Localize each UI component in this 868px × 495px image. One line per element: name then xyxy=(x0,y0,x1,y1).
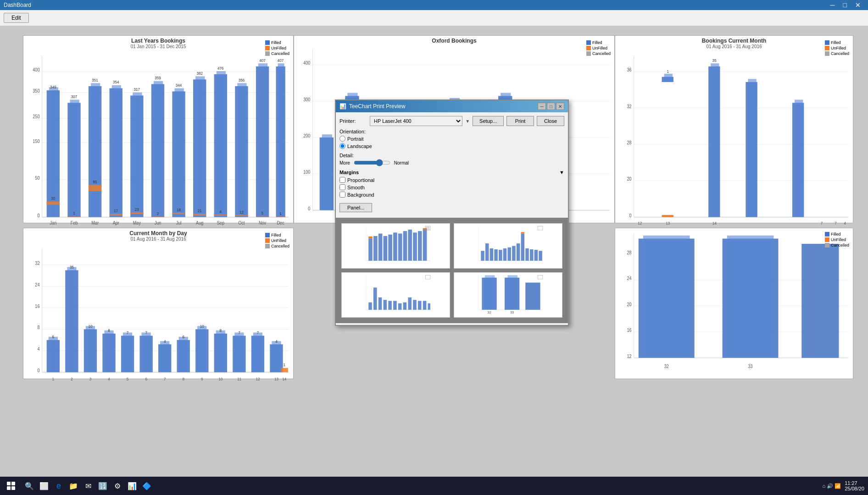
start-button[interactable] xyxy=(0,477,22,495)
svg-rect-259 xyxy=(521,234,525,261)
print-preview-dialog: 📊 TeeChart Print Preview ─ □ ✕ Printer: … xyxy=(335,99,569,326)
task-view-icon[interactable]: ⬜ xyxy=(37,478,51,493)
margins-expand-icon: ▼ xyxy=(559,170,564,175)
svg-text:33: 33 xyxy=(510,310,514,314)
svg-rect-250 xyxy=(481,251,484,261)
svg-rect-253 xyxy=(494,249,498,261)
clock: 11:27 25/08/20 xyxy=(845,480,864,491)
printer-select[interactable]: HP LaserJet 400 xyxy=(370,116,462,126)
svg-rect-270 xyxy=(373,287,377,310)
edit-button[interactable]: Edit xyxy=(4,13,29,23)
dialog-titlebar: 📊 TeeChart Print Preview ─ □ ✕ xyxy=(336,100,568,112)
svg-rect-281 xyxy=(428,303,430,310)
svg-rect-264 xyxy=(521,232,525,233)
detail-more-label: More xyxy=(339,160,350,165)
svg-rect-277 xyxy=(408,297,412,310)
svg-rect-276 xyxy=(403,302,407,310)
detail-normal-label: Normal xyxy=(394,160,409,165)
print-preview-area: 32 33 xyxy=(336,218,568,323)
app1-icon[interactable]: ⚙ xyxy=(110,478,125,493)
svg-rect-236 xyxy=(408,230,412,261)
main-content: Last Years Bookings 01 Jan 2015 - 31 Dec… xyxy=(0,26,868,477)
calc-icon[interactable]: 🔢 xyxy=(95,478,110,493)
background-label[interactable]: Background xyxy=(347,192,374,198)
svg-rect-239 xyxy=(423,230,427,261)
svg-rect-247 xyxy=(471,224,545,268)
printer-dropdown-icon: ▼ xyxy=(465,119,470,124)
svg-rect-260 xyxy=(525,248,529,261)
preview-chart-3 xyxy=(341,272,450,318)
landscape-label[interactable]: Landscape xyxy=(347,143,372,149)
maximize-button[interactable]: □ xyxy=(840,0,851,10)
taskbar: 🔍 ⬜ e 📁 ✉ 🔢 ⚙ 📊 🔷 ⌂ 🔊 📶 11:27 25/08/20 xyxy=(0,477,868,495)
portrait-label[interactable]: Portrait xyxy=(347,136,363,142)
svg-rect-289 xyxy=(507,275,517,308)
svg-rect-229 xyxy=(373,236,378,261)
close-button[interactable]: ✕ xyxy=(851,0,864,10)
detail-label: Detail: xyxy=(339,153,564,158)
mail-icon[interactable]: ✉ xyxy=(81,478,95,493)
smooth-checkbox[interactable] xyxy=(339,184,345,190)
panel-button[interactable]: Panel... xyxy=(339,203,372,212)
portrait-radio[interactable] xyxy=(339,136,345,142)
svg-rect-254 xyxy=(499,250,502,261)
svg-rect-234 xyxy=(398,234,402,261)
app-titlebar: DashBoard ─ □ ✕ xyxy=(0,0,868,10)
svg-rect-251 xyxy=(485,243,489,261)
svg-rect-230 xyxy=(378,234,383,261)
margins-header[interactable]: Margins ▼ xyxy=(339,170,564,175)
app-title: DashBoard xyxy=(4,2,31,8)
dialog-close-button[interactable]: ✕ xyxy=(556,103,564,110)
svg-rect-232 xyxy=(388,235,392,261)
preview-chart-2 xyxy=(454,223,562,269)
detail-slider[interactable] xyxy=(354,160,390,166)
search-taskbar-icon[interactable]: 🔍 xyxy=(22,478,37,493)
dialog-minimize-button[interactable]: ─ xyxy=(538,103,546,110)
explorer-icon[interactable]: 📁 xyxy=(66,478,81,493)
proportional-label[interactable]: Proportional xyxy=(347,177,374,183)
window-controls[interactable]: ─ □ ✕ xyxy=(827,0,864,10)
dialog-close-action-button[interactable]: Close xyxy=(537,116,564,126)
orientation-label: Orientation: xyxy=(339,129,564,134)
svg-rect-273 xyxy=(388,301,392,309)
svg-rect-233 xyxy=(393,232,397,260)
dialog-print-button[interactable]: Print xyxy=(506,116,534,126)
edge-icon[interactable]: e xyxy=(51,478,66,493)
app3-icon[interactable]: 🔷 xyxy=(139,478,154,493)
svg-rect-278 xyxy=(413,300,417,310)
smooth-label[interactable]: Smooth xyxy=(347,185,365,190)
preview-chart-1 xyxy=(341,223,450,269)
proportional-checkbox[interactable] xyxy=(339,177,345,183)
svg-rect-231 xyxy=(384,236,388,261)
modal-overlay: 📊 TeeChart Print Preview ─ □ ✕ Printer: … xyxy=(0,26,868,477)
toolbar: Edit xyxy=(0,10,868,26)
setup-button[interactable]: Setup... xyxy=(473,116,504,126)
svg-rect-280 xyxy=(423,301,427,309)
landscape-radio[interactable] xyxy=(339,143,345,149)
windows-logo xyxy=(7,482,15,490)
svg-rect-240 xyxy=(368,236,373,238)
svg-rect-279 xyxy=(418,301,422,309)
svg-rect-238 xyxy=(418,231,422,261)
app2-icon[interactable]: 📊 xyxy=(125,478,139,493)
svg-rect-275 xyxy=(398,303,402,310)
svg-rect-235 xyxy=(403,231,407,261)
dialog-maximize-button[interactable]: □ xyxy=(547,103,555,110)
svg-rect-290 xyxy=(525,283,540,310)
svg-rect-261 xyxy=(530,249,534,261)
svg-rect-274 xyxy=(393,301,397,309)
svg-rect-258 xyxy=(517,243,520,261)
svg-rect-252 xyxy=(490,248,494,261)
svg-rect-228 xyxy=(368,238,373,261)
svg-rect-256 xyxy=(507,248,511,261)
system-tray: ⌂ 🔊 📶 xyxy=(822,483,841,489)
svg-rect-263 xyxy=(539,251,542,261)
printer-label: Printer: xyxy=(339,118,367,124)
svg-rect-257 xyxy=(512,246,516,261)
preview-chart-4: 32 33 xyxy=(454,272,562,318)
minimize-button[interactable]: ─ xyxy=(827,0,839,10)
margins-label: Margins xyxy=(339,170,359,175)
svg-rect-266 xyxy=(359,273,433,317)
background-checkbox[interactable] xyxy=(339,192,345,198)
dialog-title: TeeChart Print Preview xyxy=(349,103,406,110)
